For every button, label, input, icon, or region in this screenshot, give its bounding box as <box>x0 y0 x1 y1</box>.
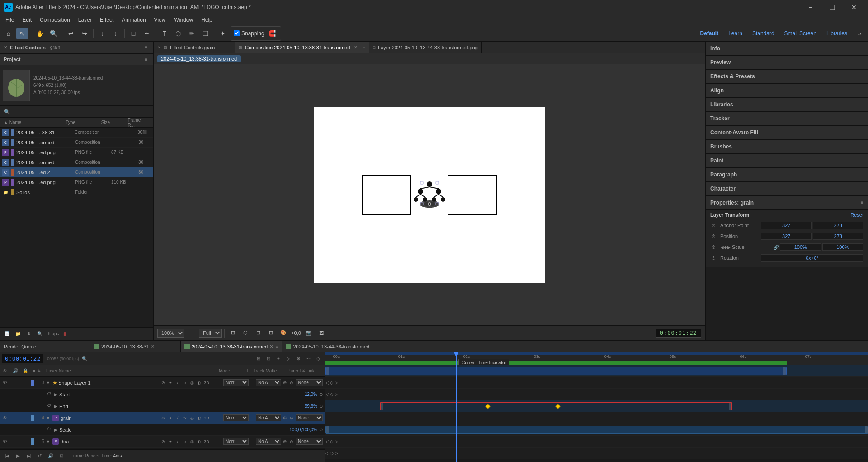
col-size[interactable]: Size <box>99 120 126 125</box>
lt-link-scale[interactable]: 🔗 <box>773 245 780 250</box>
lt-val-anchor-x[interactable]: 327 <box>761 222 812 229</box>
snapping-magnet[interactable]: 🧲 <box>266 28 278 39</box>
zoom-tool[interactable]: 🔍 <box>47 28 59 39</box>
delete-btn[interactable]: 🗑 <box>61 329 70 338</box>
type-tool[interactable]: T <box>159 28 170 39</box>
stamp-tool[interactable]: ❑ <box>199 28 211 39</box>
grid-btn[interactable]: ⊞ <box>265 328 276 338</box>
project-menu-btn[interactable]: ≡ <box>142 56 150 63</box>
trim-right-3[interactable] <box>783 367 786 375</box>
tl-switch-btn[interactable]: ⚙ <box>294 354 303 363</box>
arrow-down-tool[interactable]: ↓ <box>96 28 108 39</box>
workspace-small-screen[interactable]: Small Screen <box>781 29 820 38</box>
menu-effect[interactable]: Effect <box>96 16 117 24</box>
shy-5[interactable]: ⊘ <box>160 438 166 445</box>
new-folder-btn[interactable]: 📁 <box>14 329 23 338</box>
effect-controls-tab-btn[interactable]: ✕ ⊞ Effect Controls grain <box>154 42 235 53</box>
kf-nav-right[interactable]: ▷ <box>335 380 338 385</box>
arrow-tool2[interactable]: ↕ <box>110 28 122 39</box>
search-project-btn[interactable]: 🔍 <box>35 329 44 338</box>
toggle-guide-btn[interactable]: ⊟ <box>253 328 264 338</box>
show-snapshot-btn[interactable]: 🖼 <box>316 328 327 338</box>
section-header-align[interactable]: Align <box>706 84 868 97</box>
region-interest-btn[interactable]: ⊞ <box>227 328 238 338</box>
shy-4[interactable]: ⊘ <box>160 415 166 421</box>
comp-tab-close[interactable]: ✕ <box>353 44 359 51</box>
panel-close-icon[interactable]: ✕ <box>4 45 7 50</box>
track-sel-4[interactable]: No A <box>256 414 281 421</box>
effect-3[interactable]: fx <box>182 380 188 386</box>
solo-icon-3[interactable] <box>16 380 23 386</box>
cont-rast-4[interactable]: ✦ <box>167 415 174 421</box>
lt-val-anchor-y[interactable]: 273 <box>813 222 864 229</box>
home-icon[interactable]: ⌂ <box>3 28 14 39</box>
kf-nav-right-5r[interactable]: ▷ <box>335 451 338 456</box>
tl-marker-btn[interactable]: ◇ <box>314 354 323 363</box>
expand-5[interactable]: ▼ <box>46 439 52 444</box>
lock-icon-4[interactable] <box>24 415 30 421</box>
project-item-2[interactable]: C2024-05-...ormedComposition30 <box>0 138 153 148</box>
snapshot-btn[interactable]: 📷 <box>303 328 314 338</box>
pen-tool[interactable]: ✒ <box>141 28 153 39</box>
vis-icon-3[interactable]: 👁 <box>2 380 8 386</box>
tl-tab-close-1[interactable]: ✕ <box>151 344 155 349</box>
sub-val-4-scale[interactable]: 100,0,100,0% <box>289 427 317 432</box>
track-sel-3[interactable]: No A <box>256 379 281 386</box>
section-header-contentaware[interactable]: Content-Aware Fill <box>706 126 868 139</box>
time-indicator[interactable] <box>456 352 457 365</box>
work-area-bar[interactable] <box>326 361 787 365</box>
project-item-4[interactable]: C2024-05-...ormedComposition30 <box>0 157 153 167</box>
tl-tab-settings-2[interactable]: ≡ <box>276 344 278 349</box>
kf-add-btn-5r[interactable]: ◇ <box>330 451 334 456</box>
menu-animation[interactable]: Animation <box>118 16 149 24</box>
undo-btn[interactable]: ↩ <box>65 28 77 39</box>
lt-val-pos-y[interactable]: 273 <box>813 233 864 240</box>
lt-stopwatch-pos[interactable]: ⏱ <box>710 233 717 240</box>
search-input[interactable] <box>12 109 150 114</box>
sw-4-scale[interactable]: ⏱ <box>47 427 53 433</box>
fit-to-viewer-btn[interactable]: ⛶ <box>186 328 197 338</box>
kf-nav-left[interactable]: ◁ <box>326 380 329 385</box>
redo-btn[interactable]: ↪ <box>79 28 90 39</box>
motion-blur-4[interactable]: ◎ <box>189 415 195 421</box>
section-header-character[interactable]: Character <box>706 182 868 195</box>
solo-icon-5[interactable] <box>16 438 23 445</box>
lt-val-pos-x[interactable]: 327 <box>761 233 812 240</box>
tl-motion-btn[interactable]: 〰 <box>304 354 313 363</box>
threed-5[interactable]: 3D <box>203 438 210 445</box>
kf-add-btn-5s[interactable]: ◇ <box>330 439 334 444</box>
kf-diamond-4a[interactable] <box>485 404 490 409</box>
kf-nav-left-5s[interactable]: ◁ <box>326 439 329 444</box>
quality-3[interactable]: / <box>175 380 181 386</box>
comp-tab-main[interactable]: ⊞ Composition 2024-05-10_13:38-31-transf… <box>235 42 369 53</box>
section-header-paint[interactable]: Paint <box>706 154 868 167</box>
threed-3[interactable]: 3D <box>203 380 210 386</box>
col-type[interactable]: Type <box>64 120 99 125</box>
vis-icon-4[interactable]: 👁 <box>2 415 8 421</box>
track-sel-5[interactable]: No A <box>256 438 281 445</box>
section-header-info[interactable]: Info <box>706 42 868 55</box>
expand-4[interactable]: ▼ <box>46 416 52 420</box>
exposure-btn[interactable]: +0,0 <box>291 328 302 338</box>
tl-render-btn[interactable]: ▷ <box>284 354 293 363</box>
project-item-3[interactable]: P2024-05-...ed.pngPNG file87 KB <box>0 148 153 157</box>
section-header-brushes[interactable]: Brushes <box>706 140 868 153</box>
lt-reset-btn[interactable]: Reset <box>850 212 863 218</box>
timeline-tab-3[interactable]: 2024-05-10_13-44-38-transformed <box>282 341 373 352</box>
parent-sel-4[interactable]: None <box>296 414 323 421</box>
cont-rast-5[interactable]: ✦ <box>167 438 174 445</box>
quality-5[interactable]: / <box>175 438 181 445</box>
render-queue-tab[interactable]: Render Queue <box>0 341 90 352</box>
timeline-ruler[interactable]: 00s 01s 02s 03s 04s 05s 06s 07s Current … <box>326 352 868 365</box>
maximize-button[interactable]: ❐ <box>822 0 843 14</box>
kf-nav-left-end[interactable]: ◁ <box>326 392 329 397</box>
layer-row-4[interactable]: 👁 4 ▼ P grain ⊘ ✦ <box>0 412 325 424</box>
motion-blur-5[interactable]: ◎ <box>189 438 195 445</box>
tl-add-layer-btn[interactable]: + <box>274 354 283 363</box>
timecode-display[interactable]: 0:00:01:22 <box>656 329 701 338</box>
lt-val-scale-y[interactable]: 100% <box>822 243 864 251</box>
section-header-tracker[interactable]: Tracker <box>706 112 868 125</box>
trim-left-3[interactable] <box>326 367 329 375</box>
properties-menu[interactable]: ≡ <box>861 200 863 205</box>
menu-edit[interactable]: Edit <box>19 16 35 24</box>
